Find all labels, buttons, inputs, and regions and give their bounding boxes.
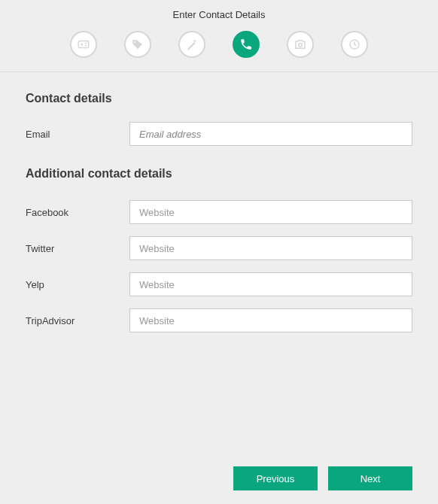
id-card-icon xyxy=(77,38,90,51)
facebook-input[interactable] xyxy=(129,200,412,224)
step-clock[interactable] xyxy=(341,31,368,58)
header: Enter Contact Details xyxy=(0,0,438,72)
facebook-label: Facebook xyxy=(26,207,129,218)
page: Enter Contact Details xyxy=(0,0,438,504)
clock-icon xyxy=(348,38,361,51)
step-phone[interactable] xyxy=(233,31,260,58)
twitter-label: Twitter xyxy=(26,243,129,254)
wand-icon xyxy=(185,38,199,51)
svg-point-4 xyxy=(134,41,135,43)
form-content: Contact details Email Additional contact… xyxy=(0,72,438,466)
camera-icon xyxy=(294,38,307,51)
svg-point-1 xyxy=(81,44,83,46)
step-tag[interactable] xyxy=(124,31,151,58)
facebook-row: Facebook xyxy=(26,200,412,224)
yelp-input[interactable] xyxy=(129,272,412,296)
twitter-input[interactable] xyxy=(129,236,412,260)
yelp-label: Yelp xyxy=(26,279,129,290)
step-id-card[interactable] xyxy=(70,31,97,58)
step-wand[interactable] xyxy=(178,31,205,58)
next-button[interactable]: Next xyxy=(328,466,412,490)
svg-rect-0 xyxy=(78,41,89,48)
stepper xyxy=(0,31,438,58)
step-camera[interactable] xyxy=(287,31,314,58)
tag-icon xyxy=(131,38,144,51)
twitter-row: Twitter xyxy=(26,236,412,260)
previous-button[interactable]: Previous xyxy=(233,466,318,490)
email-label: Email xyxy=(26,129,129,140)
page-title: Enter Contact Details xyxy=(0,9,438,20)
email-row: Email xyxy=(26,122,412,146)
tripadvisor-label: TripAdvisor xyxy=(26,315,129,326)
yelp-row: Yelp xyxy=(26,272,412,296)
tripadvisor-row: TripAdvisor xyxy=(26,308,412,332)
svg-point-5 xyxy=(299,44,303,47)
contact-details-heading: Contact details xyxy=(26,92,412,105)
phone-icon xyxy=(239,38,253,51)
tripadvisor-input[interactable] xyxy=(129,308,412,332)
email-input[interactable] xyxy=(129,122,412,146)
footer: Previous Next xyxy=(0,466,438,504)
additional-details-heading: Additional contact details xyxy=(26,167,412,181)
